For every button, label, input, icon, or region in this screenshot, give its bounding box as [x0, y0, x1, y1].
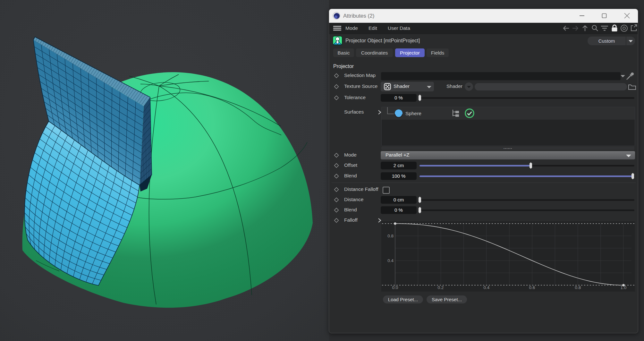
- svg-text:1.0: 1.0: [621, 285, 627, 290]
- svg-text:0.4: 0.4: [484, 285, 490, 290]
- svg-text:0.8: 0.8: [575, 285, 581, 290]
- svg-text:0.0: 0.0: [392, 285, 398, 290]
- svg-text:0.2: 0.2: [438, 285, 444, 290]
- svg-text:0.4: 0.4: [387, 258, 394, 263]
- svg-text:0.6: 0.6: [529, 285, 535, 290]
- svg-text:0.8: 0.8: [387, 234, 394, 238]
